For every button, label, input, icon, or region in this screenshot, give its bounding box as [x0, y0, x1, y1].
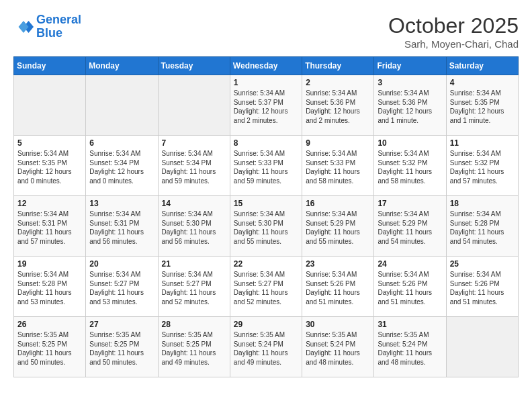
- calendar-cell: 30Sunrise: 5:35 AMSunset: 5:24 PMDayligh…: [302, 317, 374, 377]
- weekday-header: Saturday: [446, 57, 518, 75]
- day-info: Sunrise: 5:34 AMSunset: 5:36 PMDaylight:…: [306, 89, 370, 125]
- calendar-cell: 28Sunrise: 5:35 AMSunset: 5:25 PMDayligh…: [158, 317, 230, 377]
- day-number: 21: [162, 259, 226, 269]
- day-info: Sunrise: 5:34 AMSunset: 5:26 PMDaylight:…: [378, 270, 442, 306]
- calendar-cell: [86, 75, 158, 136]
- calendar-cell: 5Sunrise: 5:34 AMSunset: 5:35 PMDaylight…: [14, 136, 86, 196]
- day-number: 15: [234, 199, 298, 208]
- calendar-cell: 4Sunrise: 5:34 AMSunset: 5:35 PMDaylight…: [446, 75, 518, 136]
- month-title: October 2025: [388, 13, 519, 38]
- calendar-cell: 11Sunrise: 5:34 AMSunset: 5:32 PMDayligh…: [446, 136, 518, 196]
- day-info: Sunrise: 5:34 AMSunset: 5:34 PMDaylight:…: [162, 149, 226, 185]
- day-info: Sunrise: 5:34 AMSunset: 5:26 PMDaylight:…: [450, 270, 515, 306]
- calendar-cell: 17Sunrise: 5:34 AMSunset: 5:29 PMDayligh…: [374, 196, 446, 257]
- day-info: Sunrise: 5:35 AMSunset: 5:25 PMDaylight:…: [89, 330, 154, 367]
- day-info: Sunrise: 5:34 AMSunset: 5:27 PMDaylight:…: [234, 270, 298, 306]
- day-number: 4: [450, 78, 515, 87]
- day-number: 11: [450, 138, 515, 148]
- day-number: 27: [89, 320, 154, 329]
- day-info: Sunrise: 5:34 AMSunset: 5:29 PMDaylight:…: [306, 210, 370, 246]
- calendar-cell: 20Sunrise: 5:34 AMSunset: 5:27 PMDayligh…: [86, 257, 158, 317]
- calendar-week-row: 26Sunrise: 5:35 AMSunset: 5:25 PMDayligh…: [14, 317, 519, 377]
- logo-text: General Blue: [36, 13, 81, 40]
- calendar-cell: 19Sunrise: 5:34 AMSunset: 5:28 PMDayligh…: [14, 257, 86, 317]
- calendar-cell: 6Sunrise: 5:34 AMSunset: 5:34 PMDaylight…: [86, 136, 158, 196]
- calendar-cell: 12Sunrise: 5:34 AMSunset: 5:31 PMDayligh…: [14, 196, 86, 257]
- day-number: 7: [162, 138, 226, 148]
- day-number: 19: [17, 259, 82, 269]
- logo-icon: [13, 17, 34, 37]
- calendar-cell: 2Sunrise: 5:34 AMSunset: 5:36 PMDaylight…: [302, 75, 374, 136]
- day-number: 8: [234, 138, 298, 148]
- calendar-cell: 18Sunrise: 5:34 AMSunset: 5:28 PMDayligh…: [446, 196, 518, 257]
- day-info: Sunrise: 5:35 AMSunset: 5:25 PMDaylight:…: [17, 330, 82, 367]
- day-info: Sunrise: 5:34 AMSunset: 5:31 PMDaylight:…: [89, 210, 154, 246]
- day-info: Sunrise: 5:34 AMSunset: 5:30 PMDaylight:…: [234, 210, 298, 246]
- day-info: Sunrise: 5:35 AMSunset: 5:24 PMDaylight:…: [306, 330, 370, 367]
- weekday-header: Monday: [86, 57, 158, 75]
- day-number: 18: [450, 199, 515, 208]
- day-info: Sunrise: 5:35 AMSunset: 5:25 PMDaylight:…: [162, 330, 226, 367]
- calendar-week-row: 1Sunrise: 5:34 AMSunset: 5:37 PMDaylight…: [14, 75, 519, 136]
- day-info: Sunrise: 5:34 AMSunset: 5:27 PMDaylight:…: [162, 270, 226, 306]
- day-number: 22: [234, 259, 298, 269]
- day-number: 24: [378, 259, 442, 269]
- day-number: 30: [306, 320, 370, 329]
- day-info: Sunrise: 5:34 AMSunset: 5:34 PMDaylight:…: [89, 149, 154, 185]
- calendar-cell: 22Sunrise: 5:34 AMSunset: 5:27 PMDayligh…: [230, 257, 302, 317]
- day-number: 2: [306, 78, 370, 87]
- day-number: 17: [378, 199, 442, 208]
- day-number: 20: [89, 259, 154, 269]
- calendar-week-row: 12Sunrise: 5:34 AMSunset: 5:31 PMDayligh…: [14, 196, 519, 257]
- calendar-cell: 15Sunrise: 5:34 AMSunset: 5:30 PMDayligh…: [230, 196, 302, 257]
- day-number: 25: [450, 259, 515, 269]
- day-number: 5: [17, 138, 82, 148]
- weekday-header: Wednesday: [230, 57, 302, 75]
- day-info: Sunrise: 5:34 AMSunset: 5:35 PMDaylight:…: [17, 149, 82, 185]
- day-number: 12: [17, 199, 82, 208]
- calendar-week-row: 19Sunrise: 5:34 AMSunset: 5:28 PMDayligh…: [14, 257, 519, 317]
- day-number: 6: [89, 138, 154, 148]
- calendar-cell: 24Sunrise: 5:34 AMSunset: 5:26 PMDayligh…: [374, 257, 446, 317]
- day-info: Sunrise: 5:34 AMSunset: 5:37 PMDaylight:…: [234, 89, 298, 125]
- calendar-cell: 1Sunrise: 5:34 AMSunset: 5:37 PMDaylight…: [230, 75, 302, 136]
- calendar-cell: 16Sunrise: 5:34 AMSunset: 5:29 PMDayligh…: [302, 196, 374, 257]
- day-info: Sunrise: 5:35 AMSunset: 5:24 PMDaylight:…: [234, 330, 298, 367]
- calendar-cell: 21Sunrise: 5:34 AMSunset: 5:27 PMDayligh…: [158, 257, 230, 317]
- weekday-header: Friday: [374, 57, 446, 75]
- day-number: 31: [378, 320, 442, 329]
- day-info: Sunrise: 5:34 AMSunset: 5:26 PMDaylight:…: [306, 270, 370, 306]
- day-info: Sunrise: 5:34 AMSunset: 5:27 PMDaylight:…: [89, 270, 154, 306]
- logo-line2: Blue: [36, 26, 62, 40]
- calendar-week-row: 5Sunrise: 5:34 AMSunset: 5:35 PMDaylight…: [14, 136, 519, 196]
- calendar-cell: [446, 317, 518, 377]
- weekday-header: Tuesday: [158, 57, 230, 75]
- day-info: Sunrise: 5:34 AMSunset: 5:31 PMDaylight:…: [17, 210, 82, 246]
- calendar-cell: 14Sunrise: 5:34 AMSunset: 5:30 PMDayligh…: [158, 196, 230, 257]
- day-info: Sunrise: 5:34 AMSunset: 5:35 PMDaylight:…: [450, 89, 515, 125]
- calendar-cell: 25Sunrise: 5:34 AMSunset: 5:26 PMDayligh…: [446, 257, 518, 317]
- calendar-cell: 13Sunrise: 5:34 AMSunset: 5:31 PMDayligh…: [86, 196, 158, 257]
- calendar-table: SundayMondayTuesdayWednesdayThursdayFrid…: [13, 56, 519, 377]
- day-number: 29: [234, 320, 298, 329]
- logo-line1: General: [36, 13, 81, 26]
- weekday-header: Thursday: [302, 57, 374, 75]
- day-number: 23: [306, 259, 370, 269]
- day-number: 13: [89, 199, 154, 208]
- day-number: 1: [234, 78, 298, 87]
- calendar-cell: 7Sunrise: 5:34 AMSunset: 5:34 PMDaylight…: [158, 136, 230, 196]
- calendar-cell: 29Sunrise: 5:35 AMSunset: 5:24 PMDayligh…: [230, 317, 302, 377]
- logo: General Blue: [13, 13, 81, 40]
- day-info: Sunrise: 5:34 AMSunset: 5:32 PMDaylight:…: [378, 149, 442, 185]
- day-info: Sunrise: 5:35 AMSunset: 5:24 PMDaylight:…: [378, 330, 442, 367]
- day-info: Sunrise: 5:34 AMSunset: 5:33 PMDaylight:…: [234, 149, 298, 185]
- location-subtitle: Sarh, Moyen-Chari, Chad: [388, 38, 519, 50]
- day-info: Sunrise: 5:34 AMSunset: 5:33 PMDaylight:…: [306, 149, 370, 185]
- day-number: 10: [378, 138, 442, 148]
- calendar-cell: 23Sunrise: 5:34 AMSunset: 5:26 PMDayligh…: [302, 257, 374, 317]
- page-header: General Blue October 2025 Sarh, Moyen-Ch…: [13, 13, 519, 50]
- day-number: 26: [17, 320, 82, 329]
- calendar-cell: [158, 75, 230, 136]
- day-number: 3: [378, 78, 442, 87]
- day-number: 28: [162, 320, 226, 329]
